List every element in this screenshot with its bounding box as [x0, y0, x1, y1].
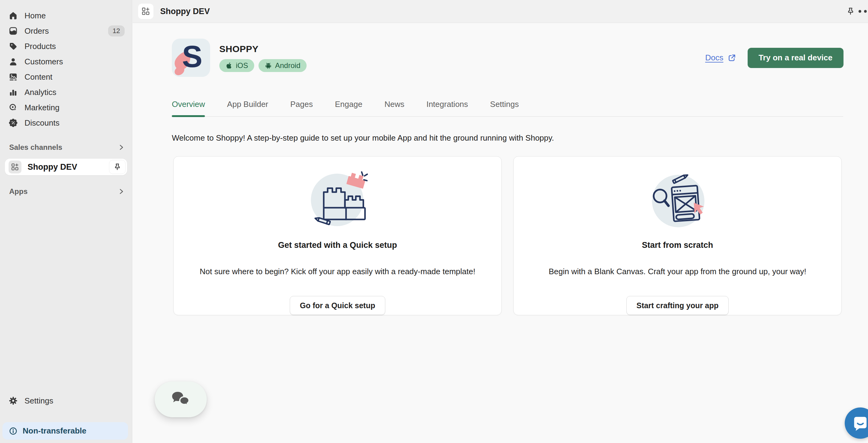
tab-integrations[interactable]: Integrations — [426, 99, 468, 116]
card-title: Get started with a Quick setup — [278, 240, 397, 250]
sidebar-section-sales-channels[interactable]: Sales channels — [0, 140, 132, 155]
main-content: S SHOPPY iOS Android Docs — [133, 23, 868, 443]
tab-app-builder[interactable]: App Builder — [227, 99, 268, 116]
orders-count-badge: 12 — [108, 25, 125, 36]
platform-label: Android — [275, 61, 301, 70]
sidebar-item-label: Marketing — [25, 103, 125, 112]
header-actions: Docs Try on a real device — [705, 48, 843, 68]
sidebar-item-label: Shoppy DEV — [28, 163, 109, 172]
tab-overview[interactable]: Overview — [172, 99, 205, 116]
sidebar-item-label: Content — [25, 72, 125, 82]
chevron-right-icon — [117, 143, 125, 151]
tab-news[interactable]: News — [384, 99, 404, 116]
docs-link[interactable]: Docs — [705, 53, 736, 62]
card-body: Begin with a Blank Canvas. Craft your ap… — [549, 267, 806, 276]
person-icon — [8, 57, 18, 66]
card-title: Start from scratch — [642, 240, 713, 250]
sidebar-item-label: Customers — [25, 57, 125, 66]
platform-badges: iOS Android — [219, 59, 307, 72]
chat-widget-button[interactable] — [155, 381, 207, 417]
sidebar-settings-row: Settings — [0, 393, 132, 408]
sidebar-item-marketing[interactable]: Marketing — [0, 100, 132, 115]
wireframe-page-illustration — [645, 167, 711, 228]
topbar: Shoppy DEV — [133, 0, 868, 23]
try-on-real-device-button[interactable]: Try on a real device — [748, 48, 843, 68]
section-label: Sales channels — [9, 143, 117, 152]
logo-letter: S — [182, 38, 203, 74]
sidebar-item-label: Products — [25, 42, 125, 51]
home-icon — [8, 11, 18, 20]
sidebar-item-label: Analytics — [25, 88, 125, 97]
gear-icon — [8, 396, 18, 405]
sidebar-item-orders[interactable]: Orders 12 — [0, 23, 132, 38]
sidebar-item-customers[interactable]: Customers — [0, 54, 132, 69]
pin-icon — [113, 163, 122, 171]
page-title: Shoppy DEV — [160, 7, 210, 16]
card-body: Not sure where to begin? Kick off your a… — [200, 267, 475, 276]
non-transferable-badge: Non-transferable — [2, 422, 128, 440]
intercom-chat-icon — [852, 415, 868, 431]
start-from-scratch-card: Start from scratch Begin with a Blank Ca… — [513, 156, 842, 315]
sidebar: Home Orders 12 Products Customers Conten… — [0, 0, 132, 443]
quick-setup-card: Get started with a Quick setup Not sure … — [173, 156, 502, 315]
setup-cards: Get started with a Quick setup Not sure … — [173, 156, 842, 315]
sidebar-item-home[interactable]: Home — [0, 8, 132, 23]
tab-pages[interactable]: Pages — [290, 99, 313, 116]
sidebar-item-label: Orders — [25, 26, 101, 36]
more-options-button[interactable] — [859, 10, 868, 13]
pin-button[interactable] — [109, 160, 126, 174]
tab-engage[interactable]: Engage — [335, 99, 363, 116]
target-cursor-icon — [8, 103, 18, 112]
sidebar-section-apps[interactable]: Apps — [0, 184, 132, 199]
section-label: Apps — [9, 187, 117, 196]
start-crafting-button[interactable]: Start crafting your app — [626, 296, 728, 315]
tag-icon — [8, 42, 18, 51]
app-window: Home Orders 12 Products Customers Conten… — [0, 0, 868, 443]
sidebar-item-products[interactable]: Products — [0, 38, 132, 54]
tab-settings[interactable]: Settings — [490, 99, 519, 116]
android-badge: Android — [258, 59, 307, 72]
bar-chart-icon — [8, 88, 18, 97]
ios-badge: iOS — [219, 59, 254, 72]
sidebar-item-settings[interactable]: Settings — [0, 393, 132, 408]
sidebar-item-label: Discounts — [25, 118, 125, 128]
app-name: SHOPPY — [219, 44, 307, 54]
chat-bubbles-icon — [170, 391, 191, 408]
sidebar-item-analytics[interactable]: Analytics — [0, 85, 132, 100]
image-icon — [8, 72, 18, 82]
quick-setup-button[interactable]: Go for a Quick setup — [290, 296, 385, 315]
app-header: S SHOPPY iOS Android Docs — [172, 38, 843, 77]
app-meta: SHOPPY iOS Android — [219, 44, 307, 72]
sidebar-item-shoppy-dev[interactable]: Shoppy DEV — [5, 159, 127, 175]
app-grid-icon — [138, 4, 153, 19]
pin-button[interactable] — [845, 6, 856, 17]
chevron-right-icon — [117, 187, 125, 196]
docs-label: Docs — [705, 53, 723, 62]
sidebar-item-label: Settings — [25, 396, 125, 406]
lego-bricks-illustration — [305, 167, 371, 228]
messenger-button[interactable] — [845, 408, 868, 439]
info-icon — [8, 426, 18, 436]
external-link-icon — [728, 54, 736, 62]
orders-icon — [8, 26, 18, 35]
non-transferable-label: Non-transferable — [23, 426, 86, 436]
sidebar-item-label: Home — [25, 11, 125, 21]
platform-label: iOS — [236, 61, 248, 70]
pin-icon — [846, 7, 855, 16]
tab-bar: Overview App Builder Pages Engage News I… — [172, 99, 843, 117]
sidebar-item-content[interactable]: Content — [0, 69, 132, 85]
sidebar-item-discounts[interactable]: Discounts — [0, 115, 132, 130]
sidebar-nav: Home Orders 12 Products Customers Conten… — [0, 0, 132, 130]
app-grid-icon — [8, 160, 22, 173]
shoppy-logo: S — [172, 38, 210, 77]
android-icon — [265, 62, 272, 69]
apple-icon — [225, 62, 233, 69]
welcome-text: Welcome to Shoppy! A step-by-step guide … — [172, 133, 843, 143]
discount-seal-icon — [8, 118, 18, 127]
